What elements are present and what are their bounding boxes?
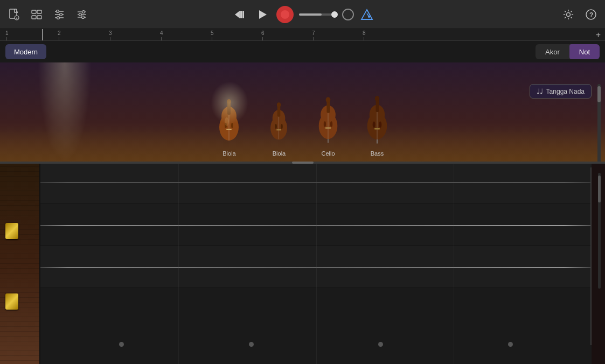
bass-svg [364, 95, 391, 146]
content-area: Modern Akor Not [0, 41, 605, 364]
svg-marker-19 [235, 11, 240, 18]
fret-line-1 [178, 162, 179, 364]
svg-point-43 [281, 124, 283, 129]
volume-control [299, 13, 337, 16]
instrument-biola-2[interactable]: Biola [266, 100, 293, 157]
ruler-mark-7: 7 [312, 30, 315, 40]
ruler-mark-1: 1 [5, 30, 9, 40]
svg-point-52 [330, 121, 332, 127]
playhead-cursor [42, 29, 43, 40]
piano-latch-2 [5, 293, 18, 310]
strings-area [40, 162, 592, 364]
volume-slider[interactable] [299, 13, 337, 16]
resize-handle[interactable] [0, 162, 605, 164]
chord-not-selector: Akor Not [536, 44, 600, 59]
svg-point-16 [82, 10, 85, 13]
svg-point-62 [379, 122, 381, 128]
toolbar: + [0, 0, 605, 29]
tangga-nada-icon: ♩♩ [537, 87, 543, 95]
rewind-button[interactable] [231, 6, 248, 23]
bass-guitar-section [0, 162, 605, 364]
svg-point-38 [225, 117, 229, 126]
piano-body-left [0, 162, 40, 364]
ruler-mark-5: 5 [211, 30, 214, 40]
toolbar-left: + [6, 7, 89, 22]
svg-rect-21 [242, 11, 244, 18]
timeline-ruler: 1 2 3 4 5 6 7 8 + [0, 29, 605, 41]
new-file-icon[interactable]: + [6, 7, 22, 22]
biola-1-name: Biola [222, 150, 235, 157]
tracks-icon[interactable] [29, 7, 44, 22]
svg-point-36 [227, 99, 231, 104]
metronome-icon[interactable] [359, 7, 374, 22]
svg-point-55 [326, 97, 331, 102]
ruler-mark-2: 2 [58, 30, 61, 40]
stage-scrollbar-thumb [597, 86, 601, 102]
biola-1-image [214, 97, 244, 148]
fret-dot-3 [378, 342, 383, 347]
svg-marker-23 [361, 10, 372, 19]
instrument-stage: Biola Biola [0, 62, 605, 162]
instrument-bass[interactable]: Bass [364, 95, 391, 157]
svg-rect-6 [37, 16, 41, 19]
cello-name: Cello [321, 150, 335, 157]
tangga-nada-button[interactable]: ♩♩ Tangga Nada [530, 84, 592, 99]
add-track-button[interactable]: + [596, 30, 601, 40]
svg-rect-47 [276, 129, 281, 130]
eq-sliders-icon[interactable] [74, 7, 89, 22]
piano-latch-1 [5, 223, 18, 239]
svg-point-61 [373, 122, 375, 128]
ruler-marks: 1 2 3 4 5 6 7 8 [5, 29, 605, 40]
help-icon[interactable]: ? [583, 7, 599, 22]
ruler-mark-8: 8 [363, 30, 366, 40]
akor-button[interactable]: Akor [536, 44, 569, 59]
svg-rect-45 [277, 106, 280, 117]
svg-point-42 [275, 124, 277, 129]
toolbar-right: ? [561, 7, 599, 22]
selector-row: Modern Akor Not [0, 41, 605, 62]
svg-rect-37 [226, 129, 232, 130]
fret-dot-1 [119, 342, 124, 347]
bass-scrollbar-thumb [598, 176, 601, 202]
svg-rect-56 [325, 128, 331, 129]
svg-point-12 [57, 16, 60, 19]
not-button[interactable]: Not [569, 44, 600, 59]
svg-point-26 [567, 12, 571, 16]
svg-marker-22 [259, 10, 267, 19]
ruler-mark-6: 6 [261, 30, 265, 40]
bass-name: Bass [371, 150, 384, 157]
svg-rect-66 [374, 128, 380, 130]
svg-point-11 [60, 13, 62, 16]
mixer-icon[interactable] [52, 7, 67, 22]
fret-dot-4 [508, 342, 513, 347]
svg-point-51 [324, 121, 326, 127]
stage-scrollbar[interactable] [597, 84, 601, 162]
record-button[interactable] [276, 6, 294, 23]
gear-icon[interactable] [561, 7, 576, 22]
ruler-mark-3: 3 [109, 30, 112, 40]
svg-rect-64 [376, 100, 379, 112]
instrument-cello[interactable]: Cello [314, 95, 342, 157]
modern-button[interactable]: Modern [5, 44, 46, 59]
transport-controls [231, 6, 374, 23]
level-indicator[interactable] [342, 9, 354, 20]
svg-point-25 [368, 16, 370, 18]
cello-image [314, 95, 342, 148]
fret-dot-2 [249, 342, 254, 347]
fret-line-3 [454, 162, 454, 364]
svg-rect-20 [240, 11, 242, 18]
svg-rect-5 [32, 16, 36, 19]
instrument-biola-1[interactable]: Biola [214, 97, 244, 157]
svg-rect-3 [32, 10, 36, 13]
biola-2-image [266, 100, 293, 148]
svg-rect-35 [227, 103, 231, 115]
svg-point-33 [231, 123, 233, 128]
cello-svg [314, 95, 342, 146]
svg-point-10 [57, 10, 59, 12]
ruler-mark-4: 4 [160, 30, 163, 40]
violin-svg-2 [266, 100, 293, 146]
svg-point-17 [79, 13, 82, 16]
play-button[interactable] [254, 6, 271, 23]
bass-scrollbar[interactable] [598, 173, 601, 289]
svg-text:+: + [16, 17, 18, 20]
